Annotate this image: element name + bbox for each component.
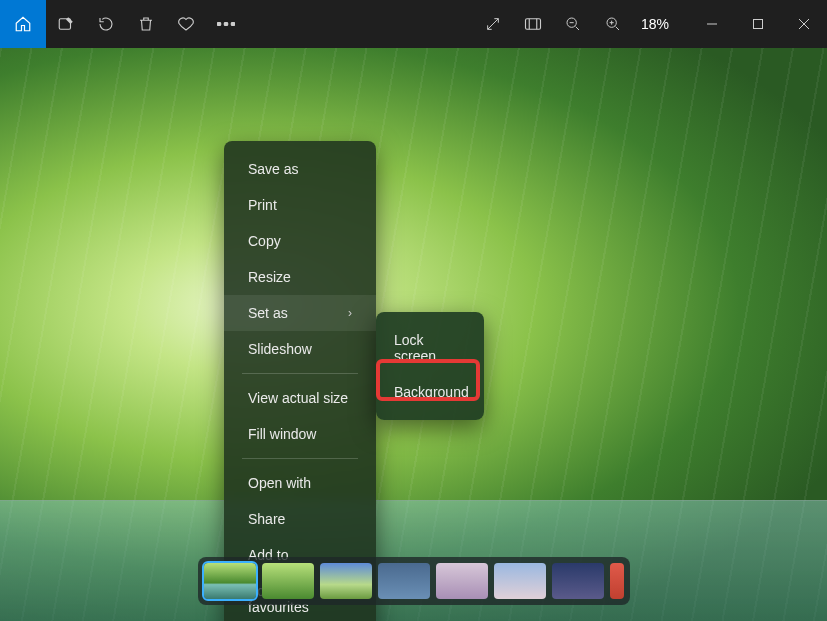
more-icon[interactable] <box>206 0 246 48</box>
svg-rect-7 <box>754 20 763 29</box>
thumbnail[interactable] <box>494 563 546 599</box>
menu-copy[interactable]: Copy <box>224 223 376 259</box>
zoom-out-icon[interactable] <box>553 0 593 48</box>
thumbnail[interactable] <box>378 563 430 599</box>
thumbnail[interactable] <box>436 563 488 599</box>
svg-point-3 <box>231 22 234 25</box>
submenu-background[interactable]: Background <box>376 374 484 410</box>
home-button[interactable] <box>0 0 46 48</box>
svg-point-1 <box>217 22 220 25</box>
zoom-in-icon[interactable] <box>593 0 633 48</box>
menu-view-actual-size[interactable]: View actual size <box>224 380 376 416</box>
thumbnail[interactable] <box>610 563 624 599</box>
menu-label: Set as <box>248 305 288 321</box>
menu-print[interactable]: Print <box>224 187 376 223</box>
minimize-button[interactable] <box>689 8 735 40</box>
thumbnail[interactable] <box>320 563 372 599</box>
film-strip-icon[interactable] <box>513 0 553 48</box>
menu-label: Save as <box>248 161 299 177</box>
filmstrip[interactable] <box>198 557 630 605</box>
menu-label: Fill window <box>248 426 316 442</box>
zoom-level-label[interactable]: 18% <box>633 16 689 32</box>
edit-image-icon[interactable] <box>46 0 86 48</box>
menu-label: Open with <box>248 475 311 491</box>
menu-label: Share <box>248 511 285 527</box>
svg-point-2 <box>224 22 227 25</box>
menu-set-as[interactable]: Set as › <box>224 295 376 331</box>
delete-icon[interactable] <box>126 0 166 48</box>
rotate-icon[interactable] <box>86 0 126 48</box>
menu-label: Slideshow <box>248 341 312 357</box>
favourite-icon[interactable] <box>166 0 206 48</box>
fullscreen-icon[interactable] <box>473 0 513 48</box>
svg-rect-4 <box>526 19 541 30</box>
menu-label: View actual size <box>248 390 348 406</box>
close-button[interactable] <box>781 8 827 40</box>
menu-fill-window[interactable]: Fill window <box>224 416 376 452</box>
context-menu: Save as Print Copy Resize Set as › Slide… <box>224 141 376 621</box>
menu-label: Print <box>248 197 277 213</box>
menu-label: Background <box>394 384 469 400</box>
menu-resize[interactable]: Resize <box>224 259 376 295</box>
menu-share[interactable]: Share <box>224 501 376 537</box>
menu-slideshow[interactable]: Slideshow <box>224 331 376 367</box>
set-as-submenu: Lock screen Background <box>376 312 484 420</box>
menu-separator <box>242 373 358 374</box>
maximize-button[interactable] <box>735 8 781 40</box>
menu-open-with[interactable]: Open with <box>224 465 376 501</box>
menu-label: Resize <box>248 269 291 285</box>
thumbnail[interactable] <box>552 563 604 599</box>
menu-label: Lock screen <box>394 332 436 364</box>
menu-save-as[interactable]: Save as <box>224 151 376 187</box>
thumbnail[interactable] <box>204 563 256 599</box>
menu-label: Copy <box>248 233 281 249</box>
titlebar: 18% <box>0 0 827 48</box>
image-viewer[interactable]: Save as Print Copy Resize Set as › Slide… <box>0 48 827 621</box>
chevron-right-icon: › <box>348 306 352 320</box>
thumbnail[interactable] <box>262 563 314 599</box>
menu-separator <box>242 458 358 459</box>
submenu-lock-screen[interactable]: Lock screen <box>376 322 484 374</box>
